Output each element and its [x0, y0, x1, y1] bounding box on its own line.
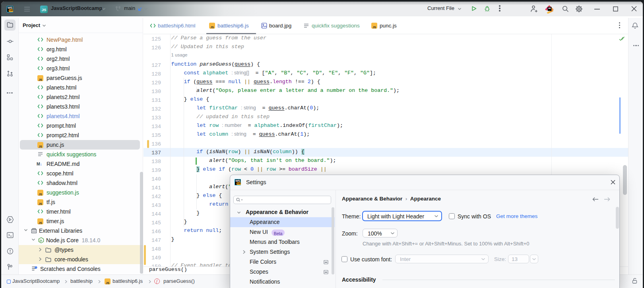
svg-text:js: js [39, 239, 42, 242]
